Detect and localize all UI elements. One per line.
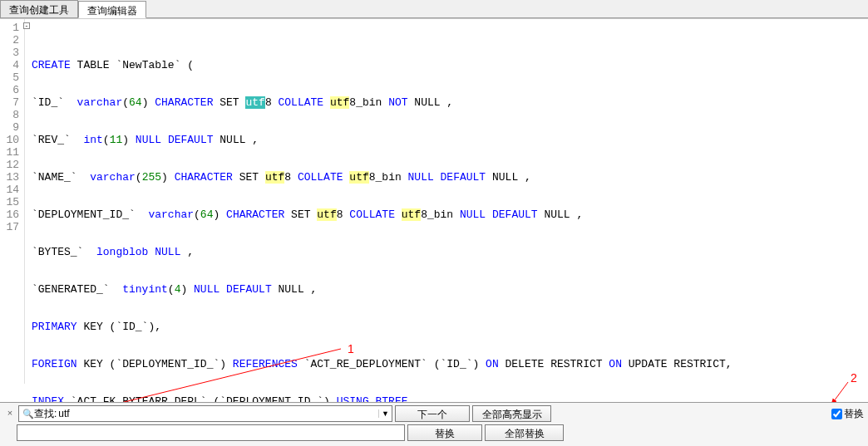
search-input[interactable] [58, 408, 378, 419]
replace-checkbox-label: 替换 [844, 407, 864, 421]
line-gutter: 1 2 3 4 5 6 7 8 9 10 11 12 13 14 15 16 1… [0, 19, 25, 384]
tab-bar: 查询创建工具 查询编辑器 [0, 0, 868, 18]
line-number: 13 [0, 171, 19, 184]
replace-checkbox-wrap[interactable]: 替换 [831, 407, 864, 421]
highlight-all-button[interactable]: 全部高亮显示 [472, 405, 551, 422]
line-number: 8 [0, 109, 19, 121]
replace-all-button[interactable]: 全部替换 [485, 424, 564, 441]
line-number: 7 [0, 96, 19, 109]
line-number: 12 [0, 159, 19, 171]
code-area[interactable]: - CREATE TABLE `NewTable` ( `ID_` varcha… [25, 19, 868, 384]
replace-input[interactable] [17, 424, 405, 441]
search-label: 查找: [34, 407, 57, 421]
replace-checkbox[interactable] [831, 409, 842, 419]
line-number: 16 [0, 208, 19, 221]
search-field-wrap: 🔍 查找: ▼ [18, 405, 392, 422]
line-number: 5 [0, 71, 19, 84]
tab-query-editor[interactable]: 查询编辑器 [78, 1, 146, 18]
replace-button[interactable]: 替换 [407, 424, 482, 441]
line-number: 11 [0, 146, 19, 159]
sql-editor[interactable]: 1 2 3 4 5 6 7 8 9 10 11 12 13 14 15 16 1… [0, 18, 868, 384]
search-icon: 🔍 [22, 409, 34, 419]
line-number: 17 [0, 221, 19, 233]
line-number: 2 [0, 34, 19, 47]
line-number: 4 [0, 59, 19, 71]
line-number: 9 [0, 121, 19, 134]
line-number: 14 [0, 184, 19, 196]
line-number: 15 [0, 196, 19, 208]
search-panel: × 🔍 查找: ▼ 下一个 全部高亮显示 替换 替换 全部替换 [0, 402, 868, 446]
dropdown-icon[interactable]: ▼ [378, 409, 392, 418]
line-number: 6 [0, 84, 19, 96]
close-icon[interactable]: × [4, 408, 16, 419]
next-button[interactable]: 下一个 [395, 405, 470, 422]
fold-icon[interactable]: - [23, 22, 30, 29]
line-number: 3 [0, 47, 19, 59]
tab-query-builder[interactable]: 查询创建工具 [0, 0, 78, 17]
line-number: 10 [0, 134, 19, 146]
line-number: 1 [0, 22, 19, 34]
